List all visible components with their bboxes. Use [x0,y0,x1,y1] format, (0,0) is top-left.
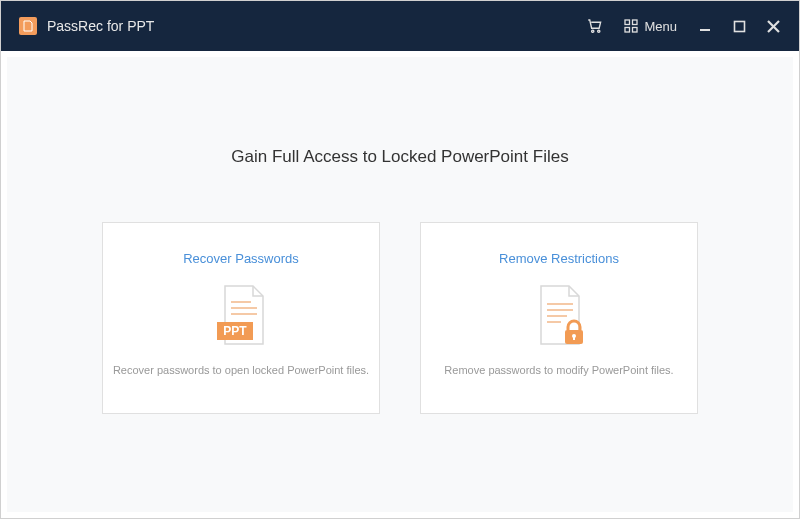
main-content: Gain Full Access to Locked PowerPoint Fi… [7,57,793,512]
menu-grid-icon [624,19,638,33]
maximize-button[interactable] [733,20,746,33]
recover-passwords-card[interactable]: Recover Passwords PPT Recover passwords … [102,222,380,414]
close-button[interactable] [766,19,781,34]
menu-label: Menu [644,19,677,34]
recover-card-title: Recover Passwords [183,251,299,266]
recover-card-desc: Recover passwords to open locked PowerPo… [113,364,369,376]
ppt-file-icon: PPT [211,282,271,350]
remove-card-title: Remove Restrictions [499,251,619,266]
locked-file-icon [529,282,589,350]
titlebar-left: PassRec for PPT [19,17,154,35]
app-title: PassRec for PPT [47,18,154,34]
minimize-button[interactable] [697,19,713,33]
titlebar-right: Menu [586,17,781,35]
cards-container: Recover Passwords PPT Recover passwords … [102,222,698,414]
titlebar: PassRec for PPT Menu [1,1,799,51]
svg-rect-7 [735,21,745,31]
remove-restrictions-card[interactable]: Remove Restrictions [420,222,698,414]
svg-rect-4 [625,28,630,33]
svg-point-1 [598,30,600,32]
app-window: PassRec for PPT Menu [0,0,800,519]
svg-rect-5 [633,28,638,33]
remove-card-desc: Remove passwords to modify PowerPoint fi… [444,364,673,376]
app-logo-icon [19,17,37,35]
svg-rect-2 [625,20,630,25]
cart-icon[interactable] [586,17,604,35]
svg-rect-21 [573,336,575,340]
svg-point-0 [592,30,594,32]
menu-button[interactable]: Menu [624,19,677,34]
page-heading: Gain Full Access to Locked PowerPoint Fi… [231,147,568,167]
svg-rect-3 [633,20,638,25]
svg-text:PPT: PPT [223,324,247,338]
